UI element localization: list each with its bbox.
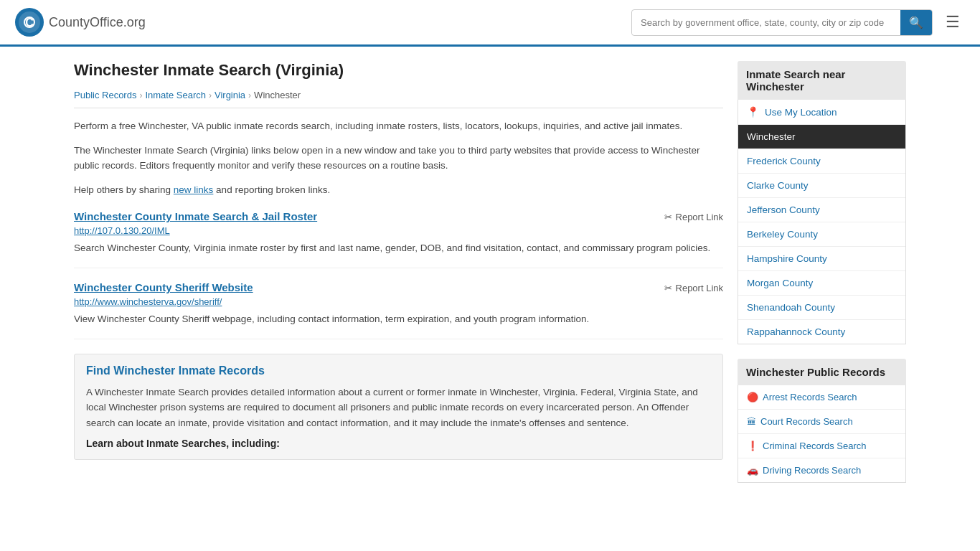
court-icon: 🏛 (747, 416, 756, 427)
sidebar-item-hampshire-county: Hampshire County (738, 247, 905, 271)
header-right: 🔍 ☰ (631, 9, 966, 36)
sidebar-link-hampshire-county[interactable]: Hampshire County (738, 247, 905, 270)
report-link-btn-1[interactable]: ✂ Report Link (664, 210, 723, 222)
sidebar-public-records-title: Winchester Public Records (738, 359, 906, 385)
record-header-1: Winchester County Inmate Search & Jail R… (74, 210, 723, 225)
sidebar-link-jefferson-county[interactable]: Jefferson County (738, 198, 905, 222)
sidebar-link-frederick-county[interactable]: Frederick County (738, 149, 905, 173)
new-links-link[interactable]: new links (174, 184, 214, 195)
sidebar-item-winchester: Winchester (738, 125, 905, 149)
sidebar-link-morgan-county[interactable]: Morgan County (738, 271, 905, 295)
page-title: Winchester Inmate Search (Virginia) (74, 61, 723, 80)
record-link-2[interactable]: Winchester County Sheriff Website (74, 281, 253, 293)
sidebar-pr-criminal: ❗ Criminal Records Search (738, 434, 905, 458)
sidebar-pr-court: 🏛 Court Records Search (738, 410, 905, 434)
sidebar-public-records-list: 🔴 Arrest Records Search 🏛 Court Records … (738, 385, 906, 483)
sidebar-item-shenandoah-county: Shenandoah County (738, 296, 905, 320)
find-section: Find Winchester Inmate Records A Winches… (74, 354, 723, 461)
record-card-1: Winchester County Inmate Search & Jail R… (74, 210, 723, 268)
criminal-icon: ❗ (747, 441, 758, 451)
search-button[interactable]: 🔍 (900, 10, 932, 35)
intro-paragraph-2: The Winchester Inmate Search (Virginia) … (74, 143, 723, 174)
sidebar: Inmate Search near Winchester 📍 Use My L… (738, 61, 906, 497)
sidebar-item-clarke-county: Clarke County (738, 174, 905, 198)
sidebar-link-rappahannock-county[interactable]: Rappahannock County (738, 320, 905, 344)
record-header-2: Winchester County Sheriff Website ✂ Repo… (74, 281, 723, 296)
sidebar-pr-arrest-link[interactable]: 🔴 Arrest Records Search (738, 385, 905, 409)
find-section-learn-heading: Learn about Inmate Searches, including: (86, 438, 711, 449)
breadcrumb-virginia[interactable]: Virginia (215, 90, 245, 100)
logo[interactable]: C CountyOffice.org (14, 7, 146, 37)
sidebar-pr-arrest: 🔴 Arrest Records Search (738, 385, 905, 410)
sidebar-nearby-section: Inmate Search near Winchester 📍 Use My L… (738, 61, 906, 344)
sidebar-item-morgan-county: Morgan County (738, 271, 905, 296)
sidebar-public-records-section: Winchester Public Records 🔴 Arrest Recor… (738, 359, 906, 483)
intro-paragraph-3: Help others by sharing new links and rep… (74, 182, 723, 198)
sidebar-use-location-item: 📍 Use My Location (738, 100, 905, 125)
breadcrumb-winchester: Winchester (254, 90, 301, 100)
use-location-link[interactable]: 📍 Use My Location (738, 100, 905, 124)
sidebar-link-winchester[interactable]: Winchester (738, 125, 905, 149)
menu-icon[interactable]: ☰ (940, 10, 966, 34)
driving-icon: 🚗 (747, 465, 758, 476)
sidebar-pr-court-link[interactable]: 🏛 Court Records Search (738, 410, 905, 433)
record-link-1[interactable]: Winchester County Inmate Search & Jail R… (74, 210, 317, 222)
main-content: Winchester Inmate Search (Virginia) Publ… (74, 61, 723, 497)
sidebar-pr-driving: 🚗 Driving Records Search (738, 458, 905, 482)
sidebar-item-berkeley-county: Berkeley County (738, 222, 905, 247)
sidebar-link-clarke-county[interactable]: Clarke County (738, 174, 905, 197)
breadcrumb-inmate-search[interactable]: Inmate Search (145, 90, 206, 100)
breadcrumb-public-records[interactable]: Public Records (74, 90, 136, 100)
record-desc-1: Search Winchester County, Virginia inmat… (74, 240, 723, 256)
sidebar-pr-driving-link[interactable]: 🚗 Driving Records Search (738, 458, 905, 482)
search-input[interactable] (632, 11, 900, 34)
sidebar-nearby-list: 📍 Use My Location Winchester Frederick C… (738, 100, 906, 344)
record-url-1[interactable]: http://107.0.130.20/IML (74, 225, 723, 236)
find-section-para1: A Winchester Inmate Search provides deta… (86, 385, 711, 431)
site-header: C CountyOffice.org 🔍 ☰ (0, 0, 980, 47)
sidebar-nearby-title: Inmate Search near Winchester (738, 61, 906, 100)
search-bar: 🔍 (631, 9, 933, 36)
report-link-btn-2[interactable]: ✂ Report Link (664, 281, 723, 293)
logo-icon: C (14, 7, 44, 37)
sidebar-pr-criminal-link[interactable]: ❗ Criminal Records Search (738, 434, 905, 458)
sidebar-item-frederick-county: Frederick County (738, 149, 905, 174)
sidebar-item-jefferson-county: Jefferson County (738, 198, 905, 222)
arrest-icon: 🔴 (747, 392, 758, 402)
location-pin-icon: 📍 (747, 106, 759, 118)
record-title-2: Winchester County Sheriff Website (74, 281, 253, 293)
record-title-1: Winchester County Inmate Search & Jail R… (74, 210, 317, 222)
sidebar-item-rappahannock-county: Rappahannock County (738, 320, 905, 344)
record-card-2: Winchester County Sheriff Website ✂ Repo… (74, 281, 723, 339)
main-container: Winchester Inmate Search (Virginia) Publ… (60, 47, 920, 512)
logo-text: CountyOffice.org (49, 15, 146, 30)
record-url-2[interactable]: http://www.winchesterva.gov/sheriff/ (74, 296, 723, 307)
intro-paragraph-1: Perform a free Winchester, VA public inm… (74, 118, 723, 134)
record-desc-2: View Winchester County Sheriff webpage, … (74, 311, 723, 327)
breadcrumb: Public Records › Inmate Search › Virgini… (74, 90, 723, 108)
find-section-heading: Find Winchester Inmate Records (86, 364, 711, 377)
sidebar-link-shenandoah-county[interactable]: Shenandoah County (738, 296, 905, 319)
use-location-label: Use My Location (765, 107, 837, 118)
sidebar-link-berkeley-county[interactable]: Berkeley County (738, 222, 905, 246)
